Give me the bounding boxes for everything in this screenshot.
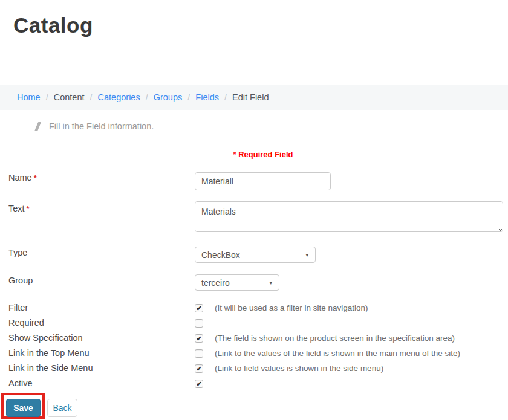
type-label: Type: [8, 248, 27, 257]
breadcrumb-separator: /: [219, 92, 232, 102]
show-specification-row: Show Specification ✔ (The field is shown…: [0, 333, 508, 345]
active-row: Active ✔: [0, 378, 508, 390]
edit-field-page: Catalog Home / Content / Categories / Gr…: [0, 0, 508, 420]
back-button[interactable]: Back: [47, 399, 77, 417]
text-textarea[interactable]: Materials: [195, 201, 503, 232]
breadcrumb-content: Content: [54, 92, 85, 102]
link-side-menu-label: Link in the Side Menu: [8, 363, 93, 373]
save-button[interactable]: Save: [6, 399, 41, 417]
link-side-menu-checkbox[interactable]: ✔: [195, 364, 203, 373]
breadcrumb-separator: /: [182, 92, 195, 102]
required-label: Required: [8, 318, 44, 328]
link-top-menu-label: Link in the Top Menu: [8, 348, 90, 358]
info-slash-icon: [34, 122, 41, 131]
info-note-text: Fill in the Field information.: [49, 121, 154, 131]
text-label: Text*: [8, 204, 30, 213]
filter-row: Filter ✔ (It will be used as a filter in…: [0, 303, 508, 315]
page-title: Catalog: [13, 13, 93, 37]
info-note: Fill in the Field information.: [36, 121, 154, 131]
breadcrumb: Home / Content / Categories / Groups / F…: [0, 85, 508, 110]
link-top-menu-checkbox[interactable]: [195, 349, 203, 358]
required-asterisk: *: [27, 204, 30, 213]
breadcrumb-home[interactable]: Home: [17, 92, 41, 102]
name-input[interactable]: [195, 172, 331, 190]
filter-hint: (It will be used as a filter in site nav…: [215, 303, 368, 312]
required-row: Required: [0, 318, 508, 330]
breadcrumb-fields[interactable]: Fields: [195, 92, 219, 102]
group-label: Group: [8, 276, 33, 285]
breadcrumb-categories[interactable]: Categories: [98, 92, 140, 102]
show-specification-checkbox[interactable]: ✔: [195, 334, 203, 343]
type-select-value: CheckBox: [201, 250, 240, 260]
active-label: Active: [8, 378, 33, 388]
link-top-menu-row: Link in the Top Menu (Link to the values…: [0, 348, 508, 360]
link-side-menu-hint: (Link to field values is shown in the si…: [215, 364, 383, 373]
breadcrumb-separator: /: [41, 92, 54, 102]
chevron-down-icon: ▾: [305, 252, 308, 258]
required-field-note: * Required Field: [0, 150, 508, 159]
show-specification-label: Show Specification: [8, 333, 83, 343]
group-select-value: terceiro: [201, 278, 230, 288]
name-label: Name*: [8, 173, 37, 183]
active-checkbox[interactable]: ✔: [195, 380, 203, 388]
filter-label: Filter: [8, 303, 28, 312]
group-select[interactable]: terceiro ▾: [195, 274, 279, 291]
required-checkbox[interactable]: [195, 319, 203, 328]
show-specification-hint: (The field is shown on the product scree…: [215, 334, 455, 343]
filter-checkbox[interactable]: ✔: [195, 304, 203, 312]
required-asterisk: *: [34, 173, 37, 183]
breadcrumb-separator: /: [140, 92, 154, 102]
link-top-menu-hint: (Link to the values of the field is show…: [215, 349, 460, 358]
type-select[interactable]: CheckBox ▾: [195, 247, 316, 263]
link-side-menu-row: Link in the Side Menu ✔ (Link to field v…: [0, 363, 508, 375]
breadcrumb-separator: /: [85, 92, 98, 102]
chevron-down-icon: ▾: [269, 280, 272, 286]
breadcrumb-edit-field: Edit Field: [232, 92, 269, 102]
breadcrumb-groups[interactable]: Groups: [154, 92, 183, 102]
